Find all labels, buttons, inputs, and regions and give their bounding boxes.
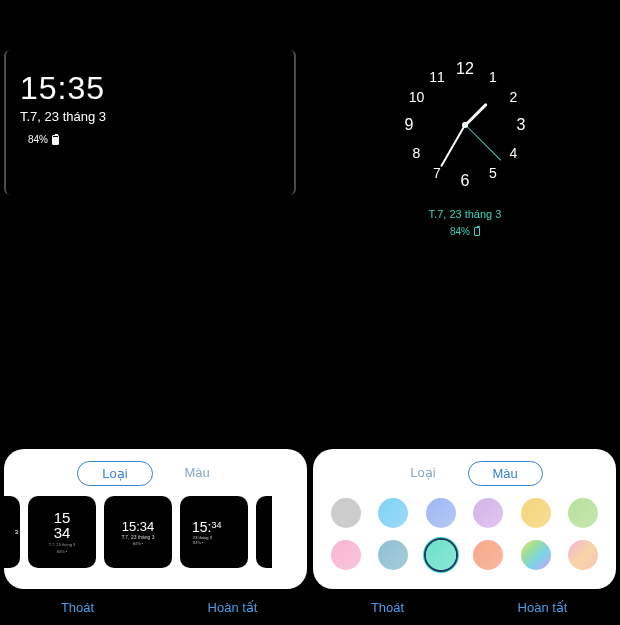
clock-num-6: 6 bbox=[461, 172, 470, 190]
color-swatch-c3[interactable] bbox=[426, 498, 456, 528]
clock-center-dot bbox=[462, 122, 468, 128]
clock-num-5: 5 bbox=[489, 165, 497, 181]
color-swatch-c1[interactable] bbox=[331, 498, 361, 528]
color-swatch-c5[interactable] bbox=[521, 498, 551, 528]
color-swatch-c7[interactable] bbox=[331, 540, 361, 570]
screen-edge-left bbox=[4, 50, 10, 195]
exit-button[interactable]: Thoát bbox=[310, 589, 465, 625]
clock-num-12: 12 bbox=[456, 60, 474, 78]
digital-date: T.7, 23 tháng 3 bbox=[20, 109, 310, 124]
clock-num-10: 10 bbox=[409, 89, 425, 105]
analog-battery-percent: 84% bbox=[450, 226, 470, 237]
done-button[interactable]: Hoàn tất bbox=[465, 589, 620, 625]
panel-clock-type: Loại Màu 3 1534 T.7, 23 tháng 3 84% ▪ 15… bbox=[4, 449, 307, 589]
screen-edge-right bbox=[290, 50, 296, 195]
clock-num-8: 8 bbox=[413, 145, 421, 161]
clock-num-1: 1 bbox=[489, 69, 497, 85]
color-swatch-c9[interactable] bbox=[426, 540, 456, 570]
done-button[interactable]: Hoàn tất bbox=[155, 589, 310, 625]
clock-num-4: 4 bbox=[510, 145, 518, 161]
minute-hand bbox=[440, 125, 466, 168]
color-swatch-c2[interactable] bbox=[378, 498, 408, 528]
analog-clock-face: 121234567891011 bbox=[400, 60, 530, 190]
color-swatch-grid bbox=[323, 496, 606, 572]
clock-type-thumb-partial-right[interactable] bbox=[256, 496, 272, 568]
color-swatch-c4[interactable] bbox=[473, 498, 503, 528]
color-swatch-c10[interactable] bbox=[473, 540, 503, 570]
clock-num-11: 11 bbox=[429, 69, 445, 85]
tab-type[interactable]: Loại bbox=[386, 461, 459, 486]
digital-time: 15:35 bbox=[20, 70, 310, 107]
clock-type-thumb-left[interactable]: 15:34 23 tháng 3 84% ▪ bbox=[180, 496, 248, 568]
clock-num-9: 9 bbox=[405, 116, 414, 134]
battery-icon bbox=[52, 135, 59, 145]
color-swatch-c11[interactable] bbox=[521, 540, 551, 570]
clock-type-thumb-centered[interactable]: 15:34 T.7, 23 tháng 3 84% ▪ bbox=[104, 496, 172, 568]
tab-color[interactable]: Màu bbox=[161, 461, 234, 486]
preview-digital-clock: 15:35 T.7, 23 tháng 3 84% bbox=[0, 0, 310, 400]
battery-percent: 84% bbox=[28, 134, 48, 145]
clock-num-7: 7 bbox=[433, 165, 441, 181]
analog-battery-icon bbox=[474, 227, 480, 236]
second-hand bbox=[465, 125, 501, 161]
color-swatch-c8[interactable] bbox=[378, 540, 408, 570]
tab-type[interactable]: Loại bbox=[77, 461, 152, 486]
clock-type-thumb-partial[interactable]: 3 bbox=[2, 496, 20, 568]
preview-analog-clock: 121234567891011 T.7, 23 tháng 3 84% bbox=[310, 0, 620, 400]
tab-color[interactable]: Màu bbox=[468, 461, 543, 486]
thumb-partial-text: 3 bbox=[15, 529, 18, 535]
exit-button[interactable]: Thoát bbox=[0, 589, 155, 625]
clock-num-2: 2 bbox=[510, 89, 518, 105]
clock-type-list[interactable]: 3 1534 T.7, 23 tháng 3 84% ▪ 15:34 T.7, … bbox=[2, 496, 297, 568]
color-swatch-c6[interactable] bbox=[568, 498, 598, 528]
clock-num-3: 3 bbox=[517, 116, 526, 134]
color-swatch-c12[interactable] bbox=[568, 540, 598, 570]
clock-type-thumb-stacked[interactable]: 1534 T.7, 23 tháng 3 84% ▪ bbox=[28, 496, 96, 568]
panel-clock-color: Loại Màu bbox=[313, 449, 616, 589]
analog-date: T.7, 23 tháng 3 bbox=[429, 208, 502, 220]
